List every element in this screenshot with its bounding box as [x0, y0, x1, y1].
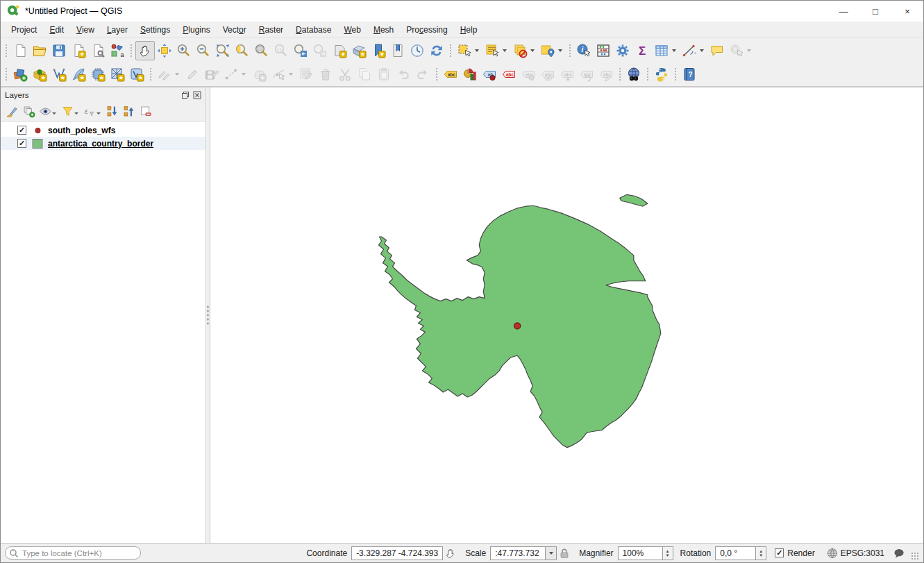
statistical-summary-button[interactable]: Σ: [632, 41, 652, 60]
select-by-location-button[interactable]: [538, 41, 557, 60]
change-label-button[interactable]: abc: [596, 65, 616, 84]
crs-status[interactable]: EPSG:3031: [841, 548, 884, 558]
toggle-unplaced-labels-button[interactable]: abc: [499, 65, 519, 84]
resize-grip[interactable]: [911, 552, 919, 560]
menu-web[interactable]: Web: [337, 23, 367, 37]
paste-features-button[interactable]: [374, 65, 394, 84]
new-shapefile-layer-button[interactable]: [49, 65, 69, 84]
float-panel-button[interactable]: [181, 91, 190, 99]
filter-by-expression-dropdown-arrow[interactable]: [96, 112, 101, 115]
zoom-full-button[interactable]: [213, 41, 233, 60]
manage-map-themes-button[interactable]: [37, 103, 53, 120]
select-by-form-button[interactable]: [482, 41, 502, 60]
expand-all-button[interactable]: [103, 103, 120, 120]
toolbar-handle[interactable]: [4, 67, 8, 82]
highlight-pinned-labels-button[interactable]: ab: [480, 65, 499, 84]
toolbar-handle[interactable]: [129, 43, 133, 58]
magnifier-spinbox[interactable]: 100% ▲▼: [618, 546, 673, 560]
menu-layer[interactable]: Layer: [101, 23, 134, 37]
render-checkbox[interactable]: ✓: [775, 548, 784, 557]
magnifier-spin-buttons[interactable]: ▲▼: [662, 546, 673, 560]
open-project-button[interactable]: [30, 41, 49, 60]
menu-help[interactable]: Help: [454, 23, 484, 37]
open-styling-panel-button[interactable]: [3, 103, 20, 120]
current-edits-dropdown-arrow[interactable]: [175, 73, 179, 76]
save-project-button[interactable]: [49, 41, 69, 60]
vertex-tool-dropdown-arrow[interactable]: [289, 73, 293, 76]
panel-splitter[interactable]: [205, 87, 210, 543]
collapse-all-button[interactable]: [120, 103, 137, 120]
close-panel-button[interactable]: [193, 91, 201, 99]
new-map-view-button[interactable]: [330, 41, 349, 60]
menu-database[interactable]: Database: [289, 23, 337, 37]
new-spatialite-layer-button[interactable]: [69, 65, 88, 84]
menu-plugins[interactable]: Plugins: [176, 23, 216, 37]
metasearch-button[interactable]: [624, 65, 644, 84]
vertex-tool-button[interactable]: [269, 65, 288, 84]
select-by-form-dropdown-arrow[interactable]: [503, 49, 507, 52]
maximize-button[interactable]: □: [859, 1, 891, 22]
layer-labeling-options-button[interactable]: abc: [441, 65, 460, 84]
menu-view[interactable]: View: [70, 23, 101, 37]
coordinate-field[interactable]: -3.329.287 -4.724.393: [351, 546, 443, 560]
new-gpx-layer-button[interactable]: [127, 65, 146, 84]
rotation-spinbox[interactable]: 0,0 ° ▲▼: [715, 546, 766, 560]
new-mesh-layer-button[interactable]: [108, 65, 127, 84]
pan-map-button[interactable]: [135, 41, 155, 60]
layout-manager-button[interactable]: [88, 41, 108, 60]
measure-line-dropdown-arrow[interactable]: [700, 49, 704, 52]
python-console-button[interactable]: [652, 65, 671, 84]
attribute-table-dropdown-arrow[interactable]: [672, 49, 676, 52]
new-spatial-bookmark-button[interactable]: [369, 41, 388, 60]
deselect-all-button[interactable]: [510, 41, 530, 60]
toolbar-handle[interactable]: [448, 43, 452, 58]
toolbar-handle[interactable]: [435, 67, 438, 82]
attribute-table-button[interactable]: [652, 41, 671, 60]
new-print-layout-button[interactable]: [69, 41, 88, 60]
menu-settings[interactable]: Settings: [134, 23, 176, 37]
digitize-with-segment-dropdown-arrow[interactable]: [242, 73, 246, 76]
layer-item-south_poles_wfs[interactable]: ✓south_poles_wfs: [1, 124, 205, 137]
select-by-location-dropdown-arrow[interactable]: [558, 49, 562, 52]
layer-item-antarctica_country_border[interactable]: ✓antarctica_country_border: [1, 137, 205, 150]
zoom-to-selection-button[interactable]: [233, 41, 252, 60]
toolbar-handle[interactable]: [568, 43, 571, 58]
select-features-dropdown-arrow[interactable]: [475, 49, 479, 52]
menu-processing[interactable]: Processing: [400, 23, 453, 37]
zoom-to-layer-button[interactable]: [252, 41, 271, 60]
menu-raster[interactable]: Raster: [253, 23, 289, 37]
zoom-native-button[interactable]: 1:1: [271, 41, 291, 60]
menu-vector[interactable]: Vector: [217, 23, 253, 37]
zoom-next-button[interactable]: [310, 41, 330, 60]
modify-attributes-button[interactable]: [296, 65, 316, 84]
refresh-button[interactable]: [427, 41, 446, 60]
messages-icon[interactable]: [893, 547, 905, 560]
select-features-button[interactable]: [455, 41, 474, 60]
zoom-out-button[interactable]: [194, 41, 213, 60]
minimize-button[interactable]: —: [828, 1, 859, 22]
measure-line-button[interactable]: °: [680, 41, 699, 60]
field-calculator-button[interactable]: [594, 41, 613, 60]
processing-toolbox-button[interactable]: [613, 41, 632, 60]
layer-visibility-checkbox[interactable]: ✓: [17, 139, 26, 148]
run-feature-action-dropdown-arrow[interactable]: [747, 49, 751, 52]
rotation-spin-buttons[interactable]: ▲▼: [755, 546, 766, 560]
new-3d-map-view-button[interactable]: [349, 41, 369, 60]
new-project-button[interactable]: [10, 41, 30, 60]
toggle-editing-button[interactable]: [183, 65, 202, 84]
filter-legend-dropdown-arrow[interactable]: [74, 112, 78, 115]
manage-map-themes-dropdown-arrow[interactable]: [52, 112, 56, 115]
new-virtual-layer-button[interactable]: [88, 65, 108, 84]
delete-selected-button[interactable]: [316, 65, 335, 84]
map-canvas[interactable]: [210, 87, 923, 543]
filter-by-expression-button[interactable]: ε: [81, 103, 98, 120]
undo-button[interactable]: [394, 65, 413, 84]
toolbar-handle[interactable]: [4, 43, 8, 58]
locator-input[interactable]: [5, 546, 141, 560]
data-source-manager-button[interactable]: [10, 65, 30, 84]
toolbar-handle[interactable]: [149, 67, 152, 82]
save-layer-edits-button[interactable]: [202, 65, 221, 84]
digitize-with-segment-button[interactable]: [221, 65, 241, 84]
pan-to-selection-button[interactable]: [155, 41, 174, 60]
help-contents-button[interactable]: ?: [680, 65, 699, 84]
